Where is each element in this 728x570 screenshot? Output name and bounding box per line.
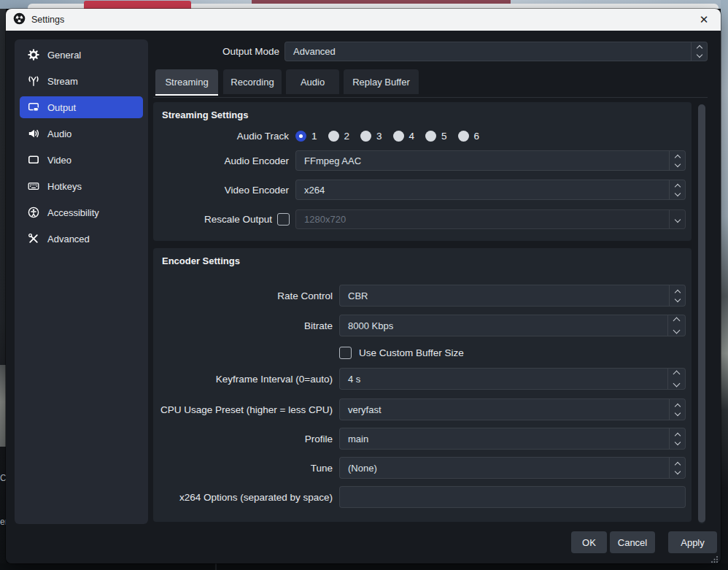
radio-icon[interactable]: [425, 131, 436, 142]
desktop-background-left: [0, 9, 6, 570]
button-label: OK: [582, 537, 596, 548]
audio-track-option-3[interactable]: 3: [360, 131, 382, 142]
sidebar-item-stream[interactable]: Stream: [20, 70, 143, 92]
panel-title: Encoder Settings: [162, 255, 240, 266]
cpu-preset-select[interactable]: veryfast: [339, 398, 686, 420]
tab-divider: [153, 97, 708, 98]
tune-label: Tune: [153, 463, 333, 474]
settings-window: Settings ✕ General: [6, 9, 721, 563]
radio-label: 1: [311, 131, 317, 142]
sidebar-item-audio[interactable]: Audio: [20, 123, 143, 145]
sidebar-item-advanced[interactable]: Advanced: [20, 228, 143, 250]
vertical-scrollbar[interactable]: [698, 104, 705, 524]
button-label: Cancel: [618, 537, 647, 548]
radio-label: 3: [376, 131, 382, 142]
rate-control-select[interactable]: CBR: [339, 285, 686, 307]
titlebar[interactable]: Settings ✕: [6, 9, 721, 31]
apply-button[interactable]: Apply: [668, 531, 717, 553]
sidebar-item-label: Hotkeys: [47, 181, 82, 192]
window-title: Settings: [31, 15, 64, 25]
radio-label: 6: [474, 131, 480, 142]
tune-value: (None): [340, 463, 669, 474]
output-mode-value: Advanced: [285, 46, 691, 57]
radio-icon[interactable]: [360, 131, 371, 142]
keyframe-interval-row: Keyframe Interval (0=auto) 4 s: [153, 368, 686, 390]
spinbox-arrows-icon[interactable]: [667, 315, 685, 336]
sidebar-item-label: Advanced: [47, 234, 90, 244]
tune-select[interactable]: (None): [339, 457, 686, 479]
video-encoder-select[interactable]: x264: [295, 180, 686, 200]
audio-track-option-1[interactable]: 1: [295, 131, 317, 142]
profile-label: Profile: [153, 434, 333, 444]
screen: Ca er Settings ✕: [0, 0, 728, 570]
profile-value: main: [340, 434, 669, 444]
cpu-preset-row: CPU Usage Preset (higher = less CPU) ver…: [153, 398, 686, 420]
radio-icon[interactable]: [458, 131, 469, 142]
tab-recording[interactable]: Recording: [223, 69, 282, 94]
radio-checked-icon[interactable]: [295, 131, 306, 142]
output-mode-label: Output Mode: [155, 46, 279, 57]
audio-track-option-4[interactable]: 4: [393, 131, 415, 142]
resize-grip[interactable]: [710, 553, 719, 561]
cpu-preset-label: CPU Usage Preset (higher = less CPU): [153, 404, 333, 415]
radio-label: 5: [441, 131, 447, 142]
custom-buffer-checkbox[interactable]: [339, 347, 352, 359]
background-red-bar: [84, 1, 191, 9]
cancel-button[interactable]: Cancel: [610, 531, 655, 553]
rate-control-label: Rate Control: [153, 290, 333, 301]
sidebar-item-video[interactable]: Video: [20, 149, 143, 171]
keyframe-interval-label: Keyframe Interval (0=auto): [153, 374, 333, 385]
window-body: General Stream: [6, 31, 721, 563]
sidebar-item-hotkeys[interactable]: Hotkeys: [20, 175, 143, 197]
radio-label: 4: [409, 131, 415, 142]
background-photo-fragment: [0, 365, 6, 447]
scrollbar-handle[interactable]: [698, 104, 705, 523]
audio-encoder-select[interactable]: FFmpeg AAC: [295, 150, 686, 171]
radio-icon[interactable]: [328, 131, 339, 142]
close-button[interactable]: ✕: [692, 9, 716, 31]
tab-label: Replay Buffer: [352, 77, 410, 88]
audio-track-option-2[interactable]: 2: [328, 131, 350, 142]
streaming-settings-panel: Streaming Settings Audio Track 1 2: [153, 102, 692, 241]
cpu-preset-value: veryfast: [340, 404, 669, 415]
profile-select[interactable]: main: [339, 428, 686, 450]
keyframe-interval-spinbox[interactable]: 4 s: [339, 368, 686, 390]
video-encoder-label: Video Encoder: [153, 185, 289, 196]
audio-track-option-5[interactable]: 5: [425, 131, 447, 142]
output-mode-select[interactable]: Advanced: [284, 42, 708, 61]
obs-logo-icon: [13, 12, 26, 28]
x264-options-label: x264 Options (separated by space): [153, 492, 333, 503]
bitrate-value: 8000 Kbps: [340, 320, 667, 331]
x264-options-input[interactable]: [339, 486, 686, 508]
sidebar-item-label: Stream: [47, 76, 78, 87]
ok-button[interactable]: OK: [571, 531, 607, 553]
combo-arrows-icon: [691, 42, 707, 61]
desktop-background-right: [721, 0, 728, 570]
background-text-fragment: Ca: [0, 473, 6, 483]
speaker-icon: [27, 128, 39, 140]
rescale-output-label: Rescale Output: [153, 214, 272, 225]
sidebar-item-general[interactable]: General: [20, 44, 143, 66]
tab-replay-buffer[interactable]: Replay Buffer: [344, 69, 419, 94]
audio-encoder-label: Audio Encoder: [153, 155, 289, 166]
accessibility-icon: [27, 207, 39, 219]
sidebar-item-label: Audio: [47, 128, 71, 139]
bitrate-spinbox[interactable]: 8000 Kbps: [339, 315, 686, 336]
rescale-output-checkbox[interactable]: [277, 213, 290, 226]
panel-title: Streaming Settings: [162, 109, 248, 120]
audio-track-label: Audio Track: [153, 131, 289, 142]
sidebar-item-accessibility[interactable]: Accessibility: [20, 201, 143, 223]
combo-arrows-icon: [669, 428, 685, 449]
tab-streaming[interactable]: Streaming: [155, 69, 218, 94]
video-encoder-value: x264: [296, 185, 669, 196]
background-text-fragment: er: [0, 517, 6, 527]
rescale-resolution-value: 1280x720: [296, 214, 669, 225]
desktop-background-bottom: [0, 563, 728, 570]
spinbox-arrows-icon[interactable]: [667, 369, 685, 389]
tab-audio[interactable]: Audio: [286, 69, 339, 94]
radio-icon[interactable]: [393, 131, 404, 142]
sidebar-item-output[interactable]: Output: [20, 96, 143, 118]
audio-track-option-6[interactable]: 6: [458, 131, 480, 142]
rescale-resolution-select[interactable]: 1280x720: [295, 209, 686, 229]
rescale-output-row: Rescale Output 1280x720: [153, 209, 686, 229]
